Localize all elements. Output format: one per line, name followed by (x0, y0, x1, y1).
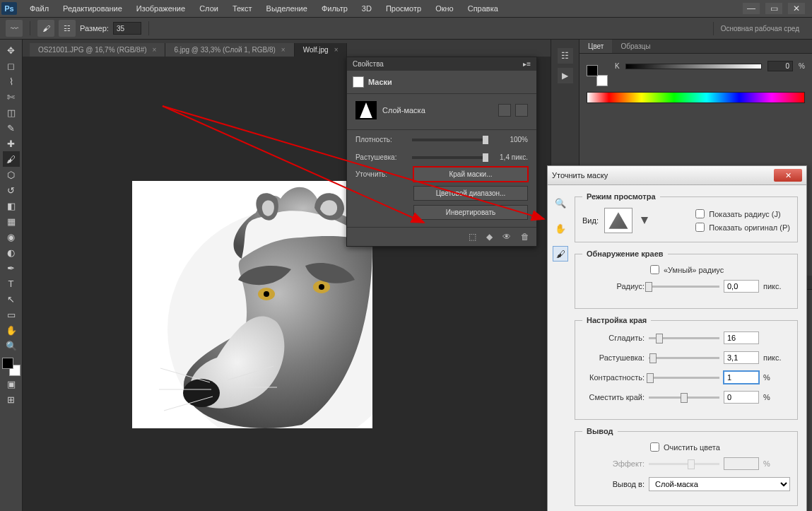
load-selection-icon[interactable]: ⬚ (469, 232, 476, 242)
smart-radius-check[interactable]: «Умный» радиус (650, 265, 790, 274)
effect-label: Эффект: (582, 459, 645, 468)
hand-tool[interactable]: ✋ (3, 322, 20, 338)
properties-header[interactable]: Свойства ▸≡ (347, 57, 536, 71)
properties-menu-icon[interactable]: ▸≡ (523, 60, 531, 68)
close-tab-icon[interactable]: × (153, 46, 157, 54)
history-panel-icon[interactable]: ☷ (558, 48, 573, 64)
actions-panel-icon[interactable]: ▶ (558, 68, 573, 83)
mask-sliders: Плотность: 100% Растушевка: 1,4 пикс. (347, 130, 536, 167)
size-input[interactable] (113, 22, 141, 35)
feather-slider[interactable] (412, 156, 486, 159)
eraser-preset-icon[interactable]: ☷ (59, 20, 76, 37)
feather-input[interactable] (724, 351, 759, 364)
doc-tab-1[interactable]: OS21001.JPG @ 16,7% (RGB/8#)× (30, 43, 165, 57)
menu-window[interactable]: Окно (428, 1, 461, 16)
healing-tool[interactable]: ✚ (3, 136, 20, 151)
close-tab-icon[interactable]: × (334, 46, 339, 54)
dialog-titlebar[interactable]: Уточнить маску ✕ (548, 166, 806, 185)
lasso-tool[interactable]: ⌇ (3, 74, 20, 89)
panel-swatches[interactable] (587, 65, 608, 86)
close-button[interactable]: ✕ (788, 3, 805, 14)
mask-thumb-row: Слой-маска (347, 94, 536, 130)
menu-help[interactable]: Справка (461, 1, 505, 16)
path-select-tool[interactable]: ↖ (3, 291, 20, 307)
quickmask-toggle[interactable]: ▣ (3, 376, 20, 392)
move-tool[interactable]: ✥ (3, 42, 20, 58)
tab-color[interactable]: Цвет (579, 40, 612, 53)
zoom-tool[interactable]: 🔍 (3, 338, 20, 353)
apply-mask-icon[interactable]: ◆ (486, 232, 493, 242)
layer-mask-thumb[interactable] (355, 101, 377, 119)
marquee-tool[interactable]: ◻ (3, 58, 20, 74)
view-thumb[interactable] (604, 208, 632, 233)
disable-mask-icon[interactable]: 👁 (502, 232, 511, 242)
zoom-tool-icon[interactable]: 🔍 (553, 195, 568, 211)
refine-brush-icon[interactable]: 🖌 (553, 246, 568, 262)
decontaminate-check[interactable]: Очистить цвета (650, 442, 790, 452)
menu-file[interactable]: Файл (23, 1, 56, 16)
workspace-label[interactable]: Основная рабочая сред (713, 22, 806, 35)
panel-bg-swatch[interactable] (596, 75, 608, 86)
eyedropper-tool[interactable]: ✎ (3, 120, 20, 136)
shape-tool[interactable]: ▭ (3, 307, 20, 322)
canvas[interactable] (132, 181, 372, 428)
brush-preset-icon[interactable]: 🖌 (37, 20, 54, 37)
color-slider-track[interactable] (625, 64, 762, 69)
invert-button[interactable]: Инвертировать (413, 205, 528, 220)
density-slider[interactable] (412, 139, 486, 141)
dialog-close-button[interactable]: ✕ (774, 169, 802, 182)
quick-select-tool[interactable]: ✄ (3, 89, 20, 105)
type-tool[interactable]: T (3, 276, 20, 291)
color-swatches[interactable] (2, 358, 20, 376)
menu-edit[interactable]: Редактирование (56, 1, 129, 16)
smooth-input[interactable] (724, 331, 759, 344)
shift-input[interactable] (724, 391, 759, 404)
show-original-check[interactable]: Показать оригинал (P) (695, 223, 790, 232)
menu-layers[interactable]: Слои (192, 1, 225, 16)
doc-tab-2[interactable]: 6.jpg @ 33,3% (Слой 1, RGB/8)× (165, 43, 294, 57)
pen-tool[interactable]: ✒ (3, 260, 20, 276)
output-select[interactable]: Слой-маска (649, 477, 790, 491)
delete-mask-icon[interactable]: 🗑 (521, 232, 529, 242)
color-range-button[interactable]: Цветовой диапазон... (413, 186, 528, 201)
brush-preview-icon[interactable]: 〰 (6, 20, 23, 37)
radius-input[interactable] (724, 280, 759, 293)
maximize-button[interactable]: ▭ (765, 3, 782, 14)
view-dropdown-icon[interactable] (641, 217, 648, 224)
foreground-swatch[interactable] (2, 358, 13, 369)
screenmode-toggle[interactable]: ⊞ (3, 392, 20, 407)
vector-mask-icon[interactable] (515, 104, 528, 117)
pixel-mask-icon[interactable] (498, 104, 511, 117)
brush-tool[interactable]: 🖌 (3, 151, 20, 167)
menu-select[interactable]: Выделение (259, 1, 314, 16)
doc-tab-3[interactable]: Wolf.jpg× (295, 43, 348, 57)
minimize-button[interactable]: — (743, 3, 760, 14)
menu-image[interactable]: Изображение (129, 1, 192, 16)
contrast-slider[interactable] (649, 377, 719, 379)
menu-3d[interactable]: 3D (355, 1, 379, 16)
eraser-tool[interactable]: ◧ (3, 198, 20, 213)
menu-filter[interactable]: Фильтр (314, 1, 355, 16)
color-value[interactable]: 0 (767, 61, 793, 71)
blur-tool[interactable]: ◉ (3, 229, 20, 245)
smooth-slider[interactable] (649, 337, 719, 339)
hand-tool-icon[interactable]: ✋ (553, 221, 568, 236)
mask-edge-button[interactable]: Край маски... (413, 167, 528, 182)
feather-slider-dlg[interactable] (649, 357, 719, 359)
gradient-tool[interactable]: ▦ (3, 213, 20, 229)
shift-slider[interactable] (649, 397, 719, 399)
crop-tool[interactable]: ◫ (3, 105, 20, 120)
close-tab-icon[interactable]: × (281, 46, 286, 54)
svg-point-1 (183, 379, 220, 407)
show-radius-check[interactable]: Показать радиус (J) (695, 209, 790, 218)
tab-swatches[interactable]: Образцы (612, 40, 659, 53)
spectrum-bar[interactable] (587, 92, 805, 103)
panel-fg-swatch[interactable] (587, 65, 598, 76)
menu-view[interactable]: Просмотр (379, 1, 428, 16)
radius-slider[interactable] (649, 286, 719, 288)
history-brush-tool[interactable]: ↺ (3, 182, 20, 198)
menu-text[interactable]: Текст (225, 1, 259, 16)
dodge-tool[interactable]: ◐ (3, 245, 20, 260)
contrast-input[interactable] (724, 371, 759, 384)
stamp-tool[interactable]: ⬡ (3, 167, 20, 182)
